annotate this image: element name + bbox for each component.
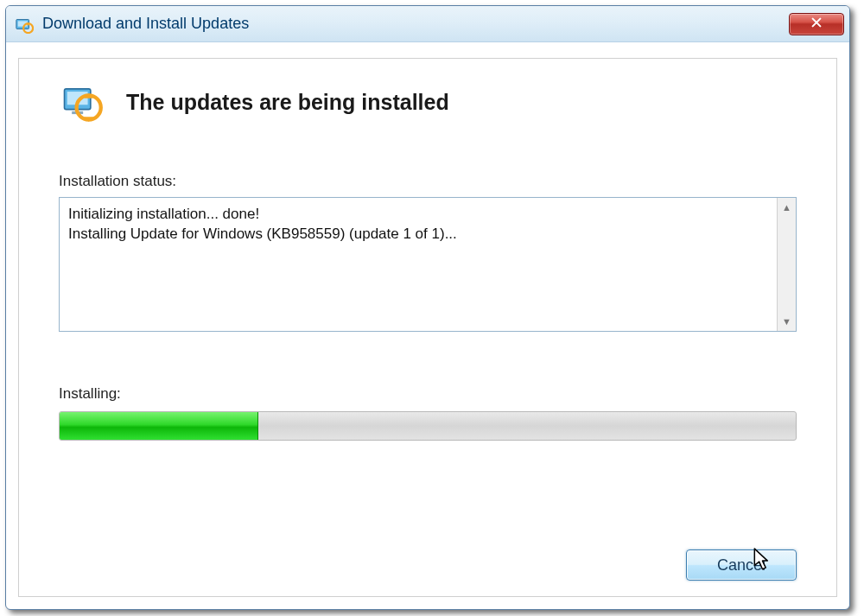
windows-update-shield-icon (59, 79, 104, 124)
install-progress-bar (59, 411, 797, 441)
status-section-label: Installation status: (59, 173, 797, 190)
dialog-window: Download and Install Updates T (5, 5, 850, 610)
dialog-body: The updates are being installed Installa… (18, 58, 837, 597)
installation-status-box: Initializing installation... done! Insta… (59, 197, 797, 332)
titlebar: Download and Install Updates (6, 6, 849, 42)
status-scrollbar[interactable]: ▲ ▼ (777, 198, 796, 331)
installation-status-text: Initializing installation... done! Insta… (60, 198, 777, 331)
dialog-heading: The updates are being installed (126, 90, 449, 115)
header-row: The updates are being installed (59, 79, 797, 124)
close-button[interactable] (789, 13, 844, 35)
install-progress-fill (60, 412, 258, 440)
progress-section-label: Installing: (59, 385, 797, 403)
scroll-up-icon: ▲ (778, 198, 796, 217)
dialog-button-row: Cancel (686, 549, 797, 581)
scroll-down-icon: ▼ (778, 312, 796, 331)
window-title: Download and Install Updates (42, 15, 789, 33)
cancel-button-label: Cancel (717, 556, 766, 575)
cancel-button[interactable]: Cancel (686, 549, 797, 581)
windows-update-icon (15, 15, 34, 34)
close-icon (809, 16, 824, 32)
